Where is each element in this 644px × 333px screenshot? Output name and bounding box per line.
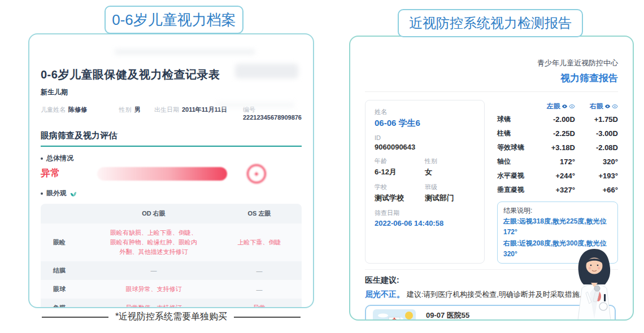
sprout-icon <box>70 190 77 197</box>
abnormal-status-text: 异常 <box>41 168 60 178</box>
section-underline <box>41 146 302 147</box>
metrics-header-row: 左眼 右眼 <box>497 100 618 112</box>
advice-text: 建议:请到医疗机构接受检查,明确诊断并及时采取措施。 <box>407 290 587 299</box>
school-label: 学校 <box>375 183 425 191</box>
record-subtitle: 新生儿期 <box>41 87 302 97</box>
refraction-metrics-panel: 左眼 右眼 球镜 -2.00D +1.75D 柱镜 <box>497 100 618 264</box>
result-note-title: 结果说明: <box>503 205 612 216</box>
student-class: 测试部门 <box>425 193 475 203</box>
student-name: 06-06 学生6 <box>375 118 475 129</box>
footnote-line-left <box>42 317 108 318</box>
gender-label: 性别 <box>119 106 132 113</box>
doctor-illustration <box>566 247 623 319</box>
overall-status-row: 异常 ✦ <box>41 166 302 182</box>
age-label: 年龄 <box>375 157 425 165</box>
gender-label: 性别 <box>425 157 475 165</box>
diagnosis-highlight: 屈光不正。 <box>365 290 404 299</box>
student-age: 6-12月 <box>375 167 425 177</box>
eye-exam-table: OD 右眼 OS 左眼 眼睑 眼睑有缺损、上睑下垂、倒睫、眼睑有肿物、睑缘红肿、… <box>41 204 302 307</box>
student-gender: 女 <box>425 167 475 177</box>
redacted-button-blob <box>235 64 298 78</box>
org-name: 青少年儿童近视防控中心 <box>365 58 618 68</box>
student-id: 9060090643 <box>375 143 475 151</box>
purchase-footnote: *近视防控系统需要单独购买 <box>28 311 314 323</box>
eye-icon <box>569 104 575 109</box>
hospital-name: 09-07 医院55 <box>426 310 487 319</box>
eye-icon <box>562 104 568 109</box>
result-note-left-eye: 左眼:远视318度,散光225度,散光位172° <box>503 216 612 238</box>
student-info-panel: 姓名 06-06 学生6 ID 9060090643 年龄 6-12月 性别 女 <box>365 100 485 264</box>
col-od-header: OD 右眼 <box>90 209 217 218</box>
appearance-label: 眼外观 <box>46 189 67 198</box>
screening-report-card: 青少年儿童近视防控中心 视力筛查报告 姓名 06-06 学生6 ID 90600… <box>349 36 634 321</box>
col-os-header: OS 左眼 <box>217 209 302 218</box>
alert-badge-icon: ✦ <box>249 166 264 182</box>
name-label: 姓名 <box>375 108 475 116</box>
child-name-value: 陈修修 <box>68 106 87 113</box>
metric-row: 等效球镜 +3.18D -2.08D <box>497 141 618 155</box>
vision-record-card: 0-6岁儿童眼保健及视力检查记录表 新生儿期 儿童姓名陈修修 性别男 出生日期2… <box>28 33 314 308</box>
class-label: 班级 <box>425 183 475 191</box>
report-title: 视力筛查报告 <box>365 72 618 85</box>
metric-row: 垂直凝视 +327° +66° <box>497 183 618 197</box>
gender-value: 男 <box>134 106 141 113</box>
redacted-blob <box>216 102 295 108</box>
metric-row: 球镜 -2.00D +1.75D <box>497 112 618 126</box>
divider <box>365 91 618 92</box>
left-badge-label: 0-6岁儿童视力档案 <box>112 10 236 30</box>
metric-row: 柱镜 -2.25D -3.00D <box>497 126 618 141</box>
footnote-text: *近视防控系统需要单独购买 <box>115 311 227 323</box>
eye-appearance-row: 眼外观 <box>41 189 302 198</box>
table-row: 眼睑 眼睑有缺损、上睑下垂、倒睫、眼睑有肿物、睑缘红肿、眼睑内外翻、其他描述支持… <box>41 224 302 261</box>
screen-date-value: 2022-06-06 14:40:58 <box>375 219 475 227</box>
right-eye-header: 右眼 <box>575 102 618 111</box>
student-school: 测试学校 <box>375 193 425 203</box>
left-panel-title-badge: 0-6岁儿童视力档案 <box>105 6 243 34</box>
child-name-label: 儿童姓名 <box>41 106 66 113</box>
metric-row: 轴位 172° 320° <box>497 155 618 169</box>
record-fields: 儿童姓名陈修修 性别男 出生日期2011年11月11日 编号2221234567… <box>41 106 302 121</box>
left-eye-header: 左眼 <box>533 102 575 111</box>
eye-icon <box>612 104 618 109</box>
eye-icon <box>604 104 611 109</box>
table-row: 眼球 眼球异常、支持修订 — <box>41 280 302 299</box>
bullet-dot <box>41 192 43 195</box>
section-title: 眼病筛查及视力评估· <box>41 130 302 141</box>
hospital-illustration <box>373 309 416 319</box>
metric-row: 水平凝视 +244° +193° <box>497 169 618 183</box>
right-panel-title-badge: 近视防控系统视力检测报告 <box>398 9 583 37</box>
overall-status-label-row: 总体情况 <box>41 154 302 163</box>
footnote-line-right <box>234 317 301 318</box>
overall-label: 总体情况 <box>46 154 73 163</box>
blurred-alert-pill: ✦ <box>97 167 227 181</box>
id-label: ID <box>375 134 475 141</box>
table-row: 结膜 — — <box>41 261 302 280</box>
right-badge-label: 近视防控系统视力检测报告 <box>409 14 572 32</box>
birthdate-label: 出生日期 <box>154 106 179 113</box>
table-header-row: OD 右眼 OS 左眼 <box>41 204 302 224</box>
bullet-dot <box>41 157 43 160</box>
screen-date-label: 筛查日期 <box>375 209 475 217</box>
redacted-blob <box>114 49 255 55</box>
record-no-value: 22212345678909876 <box>243 114 302 121</box>
table-row: 角膜 异常数值、支持修订 异常 <box>41 299 302 307</box>
